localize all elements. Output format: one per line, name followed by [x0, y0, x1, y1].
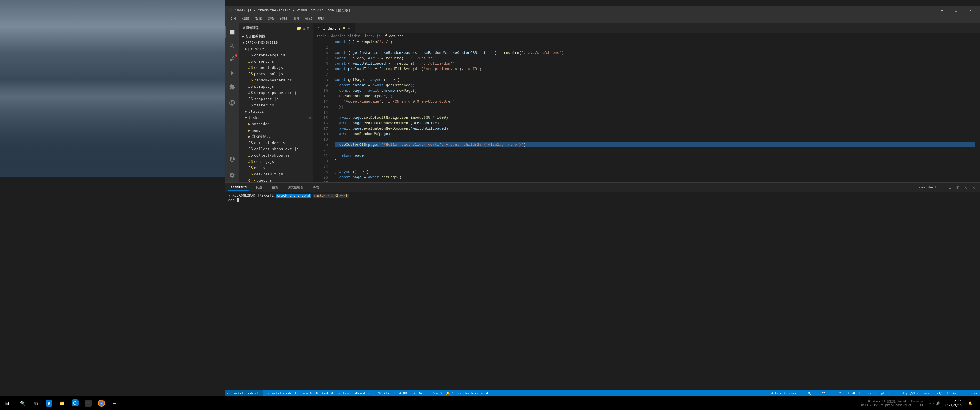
status-eslint-right[interactable]: ESLint: [944, 390, 960, 396]
menu-file[interactable]: 文件: [228, 15, 239, 22]
taskbar-start-button[interactable]: ⊞: [0, 396, 14, 410]
folder-memo[interactable]: ▶ memo: [239, 127, 313, 133]
activity-remote[interactable]: [225, 96, 239, 110]
activity-explorer[interactable]: [225, 25, 239, 39]
menu-terminal[interactable]: 终端: [303, 15, 314, 22]
status-encoding[interactable]: UTF-8: [843, 390, 857, 396]
file-proxy[interactable]: JS proxy-pool.js: [239, 71, 313, 77]
minimize-button[interactable]: ─: [935, 6, 948, 14]
file-page-js[interactable]: { } page.js: [239, 177, 313, 182]
panel-tab-issues[interactable]: 问题: [254, 184, 265, 191]
status-minify[interactable]: Ξ Minify: [372, 390, 391, 396]
taskbar-more-apps[interactable]: ⋯: [108, 397, 121, 410]
panel-split[interactable]: ⊟: [947, 185, 953, 191]
panel-close[interactable]: ×: [971, 185, 977, 191]
tray-icon-volume[interactable]: 🔊: [936, 402, 940, 405]
file-connect-db[interactable]: JS connect-db.js: [239, 64, 313, 71]
file-random-headers[interactable]: JS random-headers.js: [239, 77, 313, 83]
menu-edit[interactable]: 编辑: [240, 15, 251, 22]
terminal-content[interactable]: ✦ XJIA0NL2RAD-TKERRETL:crack-the-shield …: [225, 192, 980, 216]
activity-run[interactable]: [225, 66, 239, 80]
code-content[interactable]: const { } = require('../') const { getIn…: [330, 39, 980, 182]
maximize-button[interactable]: □: [950, 6, 963, 14]
folder-private[interactable]: ▶ private: [239, 46, 313, 52]
status-branch[interactable]: ⑂ crack-the-shield: [263, 390, 301, 396]
menu-help[interactable]: 帮助: [315, 15, 327, 22]
menu-run[interactable]: 运行: [290, 15, 302, 22]
status-eol[interactable]: U: [857, 390, 864, 396]
collapse-all-icon[interactable]: ⊟: [307, 26, 310, 30]
status-spaces[interactable]: Spc: 2: [827, 390, 843, 396]
taskbar-search[interactable]: 🔍: [16, 397, 29, 410]
status-remote[interactable]: ⊙ crack-the-shield: [225, 390, 263, 396]
folder-tasks[interactable]: ▼ tasks +⊞: [239, 114, 313, 121]
new-file-icon[interactable]: +: [292, 26, 294, 30]
tab-index-js[interactable]: JS index.js ×: [313, 23, 355, 33]
folder-baspider[interactable]: ▶ baspider: [239, 121, 313, 127]
panel-tab-terminal[interactable]: 终端: [310, 184, 321, 191]
tray-icon-network[interactable]: ⊕: [933, 402, 935, 405]
taskbar-terminal[interactable]: PS: [82, 397, 95, 410]
system-clock[interactable]: 22:44 2021/9/18: [945, 399, 962, 408]
breadcrumb-dooring[interactable]: dooring-slider: [331, 34, 360, 38]
file-chrome-args[interactable]: JS chrome-args.js: [239, 52, 313, 58]
close-button[interactable]: ✕: [964, 6, 977, 14]
file-collect-shops[interactable]: JS collect-shops.js: [239, 152, 313, 158]
status-position[interactable]: Ln 18, Col 72: [798, 390, 827, 396]
menu-view[interactable]: 查看: [265, 15, 277, 22]
file-get-result[interactable]: JS get-result.js: [239, 171, 313, 177]
file-chrome[interactable]: JS chrome.js: [239, 58, 313, 64]
activity-extensions[interactable]: [225, 80, 239, 94]
breadcrumb-getpage[interactable]: ƒ getPage: [385, 34, 404, 38]
panel-new-terminal[interactable]: +: [939, 185, 945, 191]
file-anti-slider[interactable]: JS anti-slider.js: [239, 140, 313, 146]
status-prettier[interactable]: Prettier: [960, 390, 980, 396]
file-snapshot[interactable]: JS snapshot.js: [239, 96, 313, 102]
taskbar-edge[interactable]: e: [43, 397, 55, 410]
open-editors-section[interactable]: ▶ 打开的编辑器: [239, 33, 313, 39]
panel-trash[interactable]: 🗑: [955, 185, 961, 191]
status-codestream[interactable]: CodeStream Leonad-Monster: [320, 390, 372, 396]
taskbar-vscode[interactable]: ⬡: [69, 397, 81, 410]
status-filesize[interactable]: 1.34 KB: [391, 390, 409, 396]
folder-auto-sign[interactable]: ▶ 自动签到...: [239, 133, 313, 140]
new-folder-icon[interactable]: 📁: [296, 26, 301, 30]
status-wakatime[interactable]: 4 hrs 36 mins: [769, 390, 798, 396]
status-notifications[interactable]: 🔔 0: [444, 390, 455, 396]
refresh-icon[interactable]: ↺: [303, 26, 305, 30]
menu-select[interactable]: 选择: [253, 15, 264, 22]
file-scraper-puppeteer[interactable]: JS scraper-puppeteer.js: [239, 89, 313, 96]
file-db[interactable]: JS db.js: [239, 165, 313, 171]
breadcrumb-indexjs[interactable]: index.js: [364, 34, 381, 38]
status-language[interactable]: JavaScript React: [864, 390, 899, 396]
panel-tab-comments[interactable]: COMMENTS: [229, 184, 249, 191]
status-eslint[interactable]: ✎ ∅ 0: [431, 390, 444, 396]
status-errors[interactable]: ⊗ ∅ 0 ⚠ 0: [301, 390, 320, 396]
file-name: page.js: [256, 178, 272, 182]
file-config[interactable]: JS config.js: [239, 158, 313, 165]
taskbar-explorer[interactable]: 📁: [56, 397, 68, 410]
breadcrumb-tasks[interactable]: tasks: [317, 34, 327, 38]
file-scrape[interactable]: JS scrape.js: [239, 83, 313, 89]
file-tasker[interactable]: JS tasker.js: [239, 102, 313, 108]
file-collect-shops-ext[interactable]: JS collect-shops-ext.js: [239, 146, 313, 152]
activity-search[interactable]: [225, 39, 239, 52]
status-gitgraph[interactable]: Git Graph: [409, 390, 431, 396]
activity-settings[interactable]: [225, 168, 239, 182]
folder-statics[interactable]: ▶ statics: [239, 108, 313, 114]
menu-goto[interactable]: 转到: [278, 15, 289, 22]
status-repo[interactable]: crack-the-shield: [455, 390, 490, 396]
tab-close-button[interactable]: ×: [347, 26, 351, 30]
status-localhost[interactable]: http://localhost:3571/: [899, 390, 945, 396]
project-section-header[interactable]: ▼ CRACK-THE-SHIELD: [239, 39, 313, 46]
taskbar-chrome[interactable]: ●: [95, 397, 108, 410]
file-name: collect-shops-ext.js: [254, 147, 299, 151]
activity-source-control[interactable]: [225, 52, 239, 66]
tray-icon-chevron[interactable]: ∧: [929, 402, 931, 405]
taskbar-notifications[interactable]: 🔔: [964, 397, 977, 410]
taskbar-taskview[interactable]: ⧉: [30, 397, 42, 410]
panel-tab-output[interactable]: 输出: [269, 184, 281, 191]
activity-account[interactable]: [225, 153, 239, 166]
panel-tab-debug[interactable]: 调试控制台: [285, 184, 306, 191]
panel-chevron-up[interactable]: ∧: [963, 185, 969, 191]
